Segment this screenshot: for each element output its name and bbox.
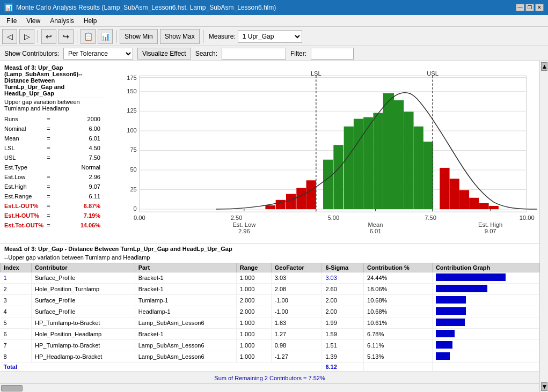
svg-text:2.96: 2.96	[238, 228, 250, 234]
filter-label: Filter:	[290, 50, 306, 57]
cell-part: Lamp_SubAsm_Lesson6	[135, 351, 236, 363]
toolbar-icon-5[interactable]: 📋	[81, 29, 96, 44]
svg-text:Est. High: Est. High	[478, 221, 502, 228]
svg-text:150: 150	[127, 88, 137, 94]
cell-range: 2.000	[236, 306, 271, 317]
toolbar: ◁ ▷ ↩ ↪ 📋 📊 Show Min Show Max Measure: 1…	[0, 27, 548, 46]
cell-range: 1.000	[236, 340, 271, 351]
stat-hout: Est.H-OUT% = 7.19%	[2, 211, 103, 220]
contribution-bar	[436, 285, 487, 292]
cell-pct: 10.68%	[364, 306, 433, 317]
col-sigma: 6-Sigma	[322, 263, 364, 272]
toolbar-sep-1	[38, 30, 38, 43]
toolbar-icon-1[interactable]: ◁	[2, 29, 17, 44]
cell-range: 1.000	[236, 351, 271, 363]
cell-geo: -1.27	[271, 351, 322, 363]
cell-bar	[432, 284, 539, 295]
main-content: Meas1 of 3: Upr_Gap (Lamp_SubAsm_Lesson6…	[0, 61, 548, 392]
histogram-chart: 0 25 50 75 100 125 150 175	[107, 63, 537, 241]
contributors-bar: Show Contributors: Per Tolerance Visuali…	[0, 46, 548, 61]
total-bar	[432, 363, 539, 372]
search-input[interactable]	[222, 48, 286, 60]
cell-bar	[432, 317, 539, 329]
stat-tout: Est.Tot-OUT% = 14.06%	[2, 220, 103, 230]
cell-contributor: Hole_Position_Turnlamp	[32, 284, 135, 295]
cell-index: 5	[1, 317, 32, 329]
col-contributor: Contributor	[32, 263, 135, 272]
svg-rect-40	[469, 198, 479, 209]
minimize-button[interactable]: —	[516, 4, 524, 11]
svg-text:0.00: 0.00	[134, 215, 145, 221]
table-row: 1 Surface_Profile Bracket-1 1.000 3.03 3…	[1, 272, 539, 284]
table-row: 7 HP_Turnlamp-to-Bracket Lamp_SubAsm_Les…	[1, 340, 539, 351]
svg-rect-27	[354, 119, 363, 210]
svg-rect-37	[440, 168, 449, 209]
stat-nominal: Nominal = 6.00	[2, 124, 103, 134]
menu-help[interactable]: Help	[79, 16, 101, 26]
cell-part: Lamp_SubAsm_Lesson6	[135, 317, 236, 329]
menu-analysis[interactable]: Analysis	[46, 16, 78, 26]
show-min-button[interactable]: Show Min	[120, 29, 158, 44]
contributors-select[interactable]: Per Tolerance	[63, 48, 133, 60]
svg-rect-31	[394, 100, 404, 209]
restore-button[interactable]: ❐	[525, 4, 534, 11]
window-controls: — ❐ ✕	[516, 4, 544, 11]
svg-text:Est. Low: Est. Low	[232, 221, 256, 228]
scroll-down-arrow[interactable]: ▼	[541, 382, 547, 391]
toolbar-icon-4[interactable]: ↪	[59, 29, 74, 44]
menu-bar: File View Analysis Help	[0, 15, 548, 27]
cell-bar	[432, 306, 539, 317]
scroll-up-arrow[interactable]: ▲	[541, 62, 547, 71]
search-label: Search:	[195, 50, 217, 57]
scroll-thumb[interactable]	[1, 385, 23, 391]
cell-geo: 0.98	[271, 340, 322, 351]
svg-text:USL: USL	[427, 70, 439, 77]
cell-index: 7	[1, 340, 32, 351]
table-row: 8 HP_Headlamp-to-Bracket Lamp_SubAsm_Les…	[1, 351, 539, 363]
cell-range: 2.000	[236, 295, 271, 306]
svg-text:6.01: 6.01	[370, 228, 382, 234]
cell-bar	[432, 340, 539, 351]
measure-select[interactable]: 1 Upr_Gap	[238, 30, 302, 43]
remaining-contributors-text: Sum of Remaining 2 Contributors = 7.52%	[214, 375, 325, 381]
toolbar-icon-6[interactable]: 📊	[98, 29, 113, 44]
col-range: Range	[236, 263, 271, 272]
svg-text:25: 25	[130, 186, 136, 193]
cell-part: Lamp_SubAsm_Lesson6	[135, 340, 236, 351]
cell-contributor: HP_Headlamp-to-Bracket	[32, 351, 135, 363]
cell-part: Headlamp-1	[135, 306, 236, 317]
show-max-button[interactable]: Show Max	[160, 29, 200, 44]
toolbar-icon-2[interactable]: ▷	[19, 29, 34, 44]
horizontal-scrollbar[interactable]	[0, 383, 539, 392]
cell-geo: 1.27	[271, 329, 322, 340]
stat-usl: USL = 7.50	[2, 153, 103, 162]
toolbar-icon-3[interactable]: ↩	[41, 29, 56, 44]
content-with-scroll: Meas1 of 3: Upr_Gap (Lamp_SubAsm_Lesson6…	[0, 61, 548, 392]
menu-file[interactable]: File	[2, 16, 21, 26]
filter-input[interactable]	[311, 48, 354, 60]
stats-panel: Meas1 of 3: Upr_Gap (Lamp_SubAsm_Lesson6…	[0, 61, 105, 243]
menu-view[interactable]: View	[22, 16, 45, 26]
contribution-bar	[436, 352, 450, 360]
cell-sigma: 2.60	[322, 284, 364, 295]
col-pct: Contribution %	[364, 263, 433, 272]
meas-subtitle: Upper gap variation between Turnlamp and…	[2, 98, 103, 112]
right-scrollbar[interactable]: ▲ ▼	[539, 61, 548, 392]
table-row: 2 Hole_Position_Turnlamp Bracket-1 1.000…	[1, 284, 539, 295]
contributors-section: Meas1 of 3: Upr_Gap - Distance Between T…	[0, 243, 539, 392]
svg-text:50: 50	[130, 166, 136, 173]
cell-geo: -1.00	[271, 295, 322, 306]
cell-pct: 18.06%	[364, 284, 433, 295]
meas-title: Meas1 of 3: Upr_Gap (Lamp_SubAsm_Lesson6…	[2, 63, 103, 98]
cell-pct: 10.68%	[364, 295, 433, 306]
show-contributors-label: Show Contributors:	[4, 50, 59, 57]
cell-pct: 6.11%	[364, 340, 433, 351]
visualize-effect-button[interactable]: Visualize Effect	[137, 48, 191, 60]
cell-index: 4	[1, 306, 32, 317]
chart-area: 0 25 50 75 100 125 150 175	[105, 61, 539, 243]
close-button[interactable]: ✕	[535, 4, 544, 11]
cell-bar	[432, 272, 539, 284]
total-pct	[364, 363, 433, 372]
svg-rect-28	[363, 117, 373, 210]
table-row: 4 Surface_Profile Headlamp-1 2.000 -1.00…	[1, 306, 539, 317]
